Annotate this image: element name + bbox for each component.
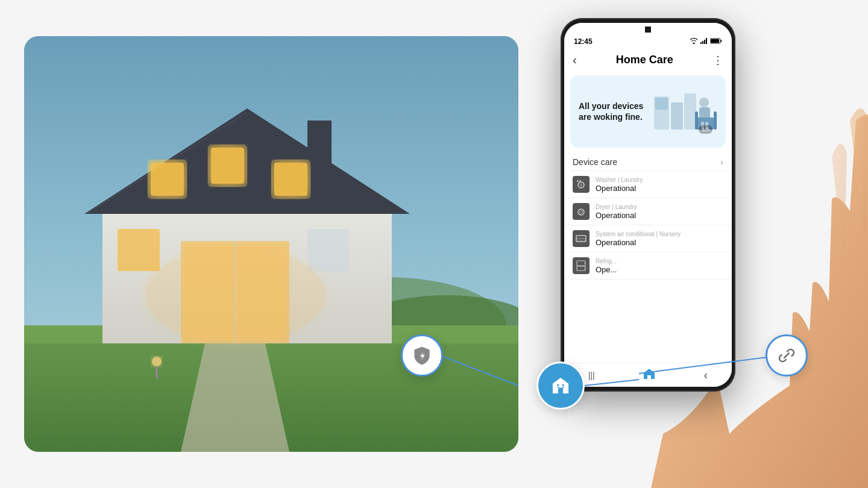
nav-menu-icon[interactable]: ||| — [588, 371, 595, 380]
status-bar: 12:45 — [564, 33, 732, 48]
svg-rect-26 — [702, 41, 703, 44]
device-item-washer[interactable]: Washer | Laundry Operational — [564, 171, 732, 198]
svg-rect-40 — [714, 111, 717, 130]
svg-point-68 — [562, 384, 564, 386]
dryer-category: Dryer | Laundry — [596, 204, 723, 210]
app-header: ‹ Home Care ⋮ — [564, 48, 732, 72]
wifi-icon — [690, 38, 698, 45]
dryer-status: Operational — [596, 211, 723, 220]
svg-rect-43 — [575, 178, 587, 190]
phone-device: 12:45 — [561, 18, 735, 392]
house-background-card — [24, 36, 518, 452]
fridge-status: Ope... — [596, 265, 723, 274]
nav-home-icon[interactable] — [643, 367, 656, 383]
ac-info: System air conditional | Nursery Operati… — [596, 231, 723, 247]
svg-rect-46 — [577, 180, 579, 182]
svg-rect-31 — [721, 40, 722, 42]
svg-rect-25 — [700, 42, 702, 44]
ac-status: Operational — [596, 238, 723, 247]
svg-rect-12 — [148, 160, 187, 199]
signal-icon — [700, 38, 708, 45]
device-care-label: Device care — [573, 157, 617, 167]
menu-button[interactable]: ⋮ — [712, 54, 723, 67]
app-title: Home Care — [616, 54, 673, 66]
svg-rect-35 — [684, 93, 696, 130]
washer-info: Washer | Laundry Operational — [596, 177, 723, 193]
svg-rect-66 — [558, 389, 563, 393]
dryer-info: Dryer | Laundry Operational — [596, 204, 723, 220]
svg-rect-14 — [271, 160, 310, 199]
home-care-floating-icon[interactable] — [536, 361, 585, 410]
svg-rect-16 — [307, 229, 350, 271]
nav-back-icon[interactable]: ‹ — [704, 368, 708, 382]
status-time: 12:45 — [574, 37, 593, 46]
svg-rect-47 — [579, 180, 581, 182]
device-care-chevron[interactable]: › — [720, 157, 723, 167]
power-shield-floating-icon[interactable] — [401, 334, 443, 377]
device-item-ac[interactable]: System air conditional | Nursery Operati… — [564, 225, 732, 252]
link-floating-icon[interactable] — [766, 334, 808, 377]
svg-rect-33 — [655, 98, 668, 110]
svg-rect-24 — [156, 366, 158, 378]
svg-rect-27 — [704, 40, 705, 44]
fridge-category: Refrig... — [596, 258, 723, 264]
phone-screen: 12:45 — [564, 23, 732, 387]
camera-notch — [645, 27, 651, 33]
fridge-info: Refrig... Ope... — [596, 258, 723, 274]
banner-illustration: 1/5 — [651, 84, 717, 139]
svg-rect-34 — [671, 102, 683, 130]
svg-rect-39 — [695, 111, 698, 130]
svg-rect-28 — [706, 38, 707, 44]
nav-bar: ||| ‹ — [564, 363, 732, 387]
washer-icon — [573, 176, 590, 193]
washer-category: Washer | Laundry — [596, 177, 723, 183]
phone-scene: 12:45 — [530, 0, 868, 488]
ac-icon — [573, 230, 590, 247]
svg-point-51 — [582, 210, 583, 211]
main-scene: 12:45 — [0, 0, 868, 488]
device-item-dryer[interactable]: Dryer | Laundry Operational — [564, 198, 732, 225]
svg-rect-13 — [208, 145, 247, 187]
device-care-section-header[interactable]: Device care › — [564, 151, 732, 170]
banner-text: All your devices are woking fine. — [579, 101, 651, 122]
device-item-fridge[interactable]: Refrig... Ope... — [564, 252, 732, 280]
washer-status: Operational — [596, 184, 723, 193]
fridge-icon — [573, 257, 590, 274]
page-indicator: 1/5 — [699, 125, 712, 134]
svg-rect-48 — [575, 205, 587, 217]
svg-point-36 — [699, 98, 709, 107]
svg-rect-30 — [711, 39, 719, 43]
svg-point-67 — [557, 384, 559, 386]
svg-rect-15 — [118, 229, 160, 271]
banner-card: All your devices are woking fine. — [570, 75, 726, 148]
house-illustration — [24, 36, 518, 452]
back-button[interactable]: ‹ — [573, 53, 577, 67]
dryer-icon — [573, 203, 590, 220]
ac-category: System air conditional | Nursery — [596, 231, 723, 237]
status-icons — [690, 38, 722, 45]
svg-rect-8 — [307, 120, 332, 169]
battery-icon — [710, 38, 722, 45]
svg-point-23 — [152, 357, 162, 366]
